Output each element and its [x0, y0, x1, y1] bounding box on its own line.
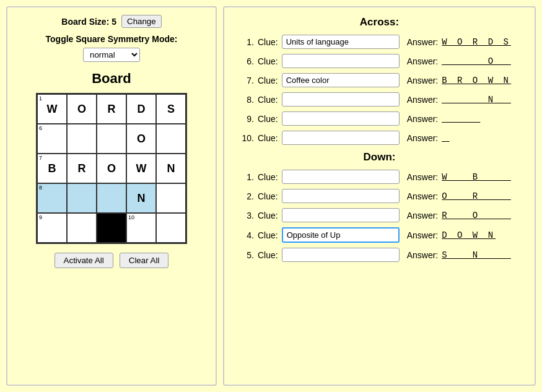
cell-3-0[interactable]: 8 [37, 183, 67, 213]
clue-number: 3. [237, 211, 254, 220]
answer-display: O _ R _ _ [442, 191, 511, 201]
clue-label: Clue: [258, 211, 278, 220]
change-button[interactable]: Change [121, 15, 162, 28]
board-title: Board [92, 71, 131, 87]
answer-display: W O R D S [442, 37, 511, 47]
clue-number: 8. [237, 95, 254, 105]
clue-row: 3.Clue:Answer:R _ O _ _ [237, 208, 522, 222]
cell-0-3[interactable]: D [126, 94, 156, 124]
activate-all-button[interactable]: Activate All [55, 253, 113, 268]
clue-input[interactable] [282, 227, 400, 243]
clue-number: 5. [237, 250, 254, 260]
clue-input[interactable] [282, 170, 400, 184]
clue-row: 2.Clue:Answer:O _ R _ _ [237, 189, 522, 203]
clue-row: 5.Clue:Answer:S _ N _ _ [237, 248, 522, 262]
clue-number: 7. [237, 76, 254, 85]
answer-label: Answer: [407, 133, 439, 143]
clue-input[interactable] [282, 54, 400, 68]
answer-label: Answer: [407, 95, 439, 105]
clue-number: 9. [237, 114, 254, 124]
clue-number: 10. [237, 133, 254, 143]
cell-2-4[interactable]: N [156, 154, 186, 183]
answer-display: _ _ _ O _ [442, 56, 511, 66]
clue-input[interactable] [282, 248, 400, 262]
clue-label: Clue: [258, 95, 278, 105]
answer-label: Answer: [407, 37, 439, 47]
clue-input[interactable] [282, 73, 400, 87]
answer-label: Answer: [407, 230, 439, 240]
answer-label: Answer: [407, 211, 439, 220]
clue-input[interactable] [282, 189, 400, 203]
answer-display: S _ N _ _ [442, 250, 511, 260]
answer-label: Answer: [407, 56, 439, 66]
cell-2-2[interactable]: O [97, 154, 126, 183]
right-panel: Across: 1.Clue:Answer:W O R D S6.Clue:An… [223, 6, 536, 386]
down-clues-container: 1.Clue:Answer:W _ B _ _2.Clue:Answer:O _… [237, 170, 522, 262]
clue-label: Clue: [258, 133, 278, 143]
clue-input[interactable] [282, 208, 400, 222]
cell-4-4[interactable] [156, 213, 186, 243]
cell-1-2[interactable] [97, 124, 126, 154]
cell-2-0[interactable]: 7B [37, 154, 67, 183]
cell-4-2[interactable] [97, 213, 126, 243]
clue-label: Clue: [258, 230, 278, 240]
answer-display: _ _ _ N _ [442, 95, 511, 105]
cell-3-4[interactable] [156, 183, 186, 213]
clue-row: 9.Clue:Answer:_ _ _ [237, 111, 522, 126]
clue-label: Clue: [258, 37, 278, 47]
clue-label: Clue: [258, 56, 278, 66]
cell-0-2[interactable]: R [97, 94, 126, 124]
answer-label: Answer: [407, 114, 439, 124]
answer-display: D O W N [442, 230, 496, 240]
cell-3-3[interactable]: N [126, 183, 156, 213]
cell-4-0[interactable]: 9 [37, 213, 67, 243]
clue-row: 4.Clue:Answer:D O W N [237, 227, 522, 243]
clue-row: 1.Clue:Answer:W O R D S [237, 35, 522, 49]
cell-4-1[interactable] [67, 213, 97, 243]
clue-input[interactable] [282, 131, 400, 145]
cell-0-1[interactable]: O [67, 94, 97, 124]
cell-4-3[interactable]: 10 [126, 213, 156, 243]
symmetry-select[interactable]: normal rotational horizontal vertical [83, 48, 140, 62]
cell-1-3[interactable]: O [126, 124, 156, 154]
clue-row: 6.Clue:Answer:_ _ _ O _ [237, 54, 522, 68]
cell-1-4[interactable] [156, 124, 186, 154]
cell-3-1[interactable] [67, 183, 97, 213]
cell-1-0[interactable]: 6 [37, 124, 67, 154]
clue-row: 1.Clue:Answer:W _ B _ _ [237, 170, 522, 184]
clue-label: Clue: [258, 191, 278, 201]
crossword-grid: 1WORDS6O7BROWN8N910 [36, 93, 187, 244]
clue-row: 8.Clue:Answer:_ _ _ N _ [237, 92, 522, 107]
board-size-label: Board Size: 5 [61, 17, 116, 27]
down-title: Down: [237, 151, 522, 163]
toggle-symmetry-label: Toggle Square Symmetry Mode: [46, 34, 178, 44]
clear-all-button[interactable]: Clear All [120, 253, 169, 268]
clue-number: 6. [237, 56, 254, 66]
cell-0-0[interactable]: 1W [37, 94, 67, 124]
cell-0-4[interactable]: S [156, 94, 186, 124]
answer-display: R _ O _ _ [442, 211, 511, 220]
cell-3-2[interactable] [97, 183, 126, 213]
clue-label: Clue: [258, 76, 278, 85]
clue-row: 7.Clue:Answer:B R O W N [237, 73, 522, 87]
cell-1-1[interactable] [67, 124, 97, 154]
across-title: Across: [237, 16, 522, 28]
answer-display: B R O W N [442, 76, 511, 85]
clue-label: Clue: [258, 172, 278, 182]
cell-2-1[interactable]: R [67, 154, 97, 183]
clue-input[interactable] [282, 92, 400, 107]
answer-display: _ [442, 133, 491, 143]
cell-2-3[interactable]: W [126, 154, 156, 183]
answer-display: W _ B _ _ [442, 172, 511, 182]
answer-label: Answer: [407, 250, 439, 260]
across-clues-container: 1.Clue:Answer:W O R D S6.Clue:Answer:_ _… [237, 35, 522, 145]
answer-label: Answer: [407, 191, 439, 201]
clue-number: 1. [237, 37, 254, 47]
clue-input[interactable] [282, 111, 400, 126]
clue-row: 10.Clue:Answer:_ [237, 131, 522, 145]
left-panel: Board Size: 5 Change Toggle Square Symme… [6, 6, 217, 386]
clue-number: 1. [237, 172, 254, 182]
clue-input[interactable] [282, 35, 400, 49]
clue-number: 4. [237, 230, 254, 240]
answer-display: _ _ _ [442, 114, 491, 124]
